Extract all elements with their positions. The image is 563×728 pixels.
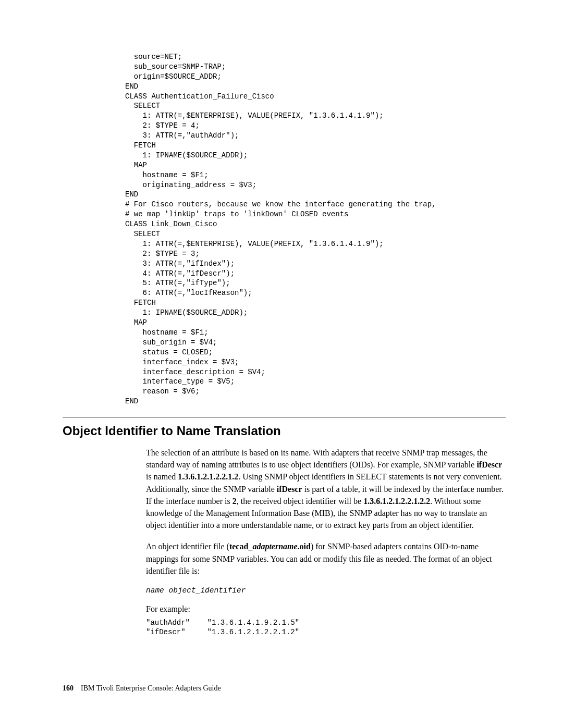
bold-ifdescr-2: ifDescr (277, 485, 302, 493)
text: is named (146, 472, 178, 481)
text: , the received object identifier will be (237, 497, 363, 505)
paragraph-3: For example: (146, 603, 506, 615)
paragraph-2: An object identifier file (tecad_adapter… (146, 540, 506, 577)
text: An object identifier file ( (146, 542, 229, 551)
section-divider (63, 417, 506, 417)
bold-oid-2: 1.3.6.1.2.1.2.2.1.2.2 (363, 497, 430, 505)
bold-tecad: tecad_ (229, 542, 252, 551)
bold-oid-ext: .oid (298, 542, 311, 551)
page-footer: 160IBM Tivoli Enterprise Console: Adapte… (63, 684, 506, 693)
code-block: source=NET; sub_source=SNMP-TRAP; origin… (125, 52, 506, 406)
book-title: IBM Tivoli Enterprise Console: Adapters … (81, 684, 221, 692)
format-line: name object_identifier (146, 586, 506, 595)
bold-italic-adaptername: adaptername (252, 542, 297, 551)
bold-ifdescr: ifDescr (476, 460, 502, 469)
text: The selection of an attribute is based o… (146, 448, 487, 469)
bold-oid: 1.3.6.1.2.1.2.2.1.2 (178, 472, 238, 481)
example-code: "authAddr" "1.3.6.1.4.1.9.2.1.5" "ifDesc… (146, 618, 506, 637)
page-number: 160 (63, 684, 74, 693)
paragraph-1: The selection of an attribute is based o… (146, 447, 506, 531)
bold-two: 2 (232, 497, 237, 505)
section-title: Object Identifier to Name Translation (63, 424, 506, 438)
